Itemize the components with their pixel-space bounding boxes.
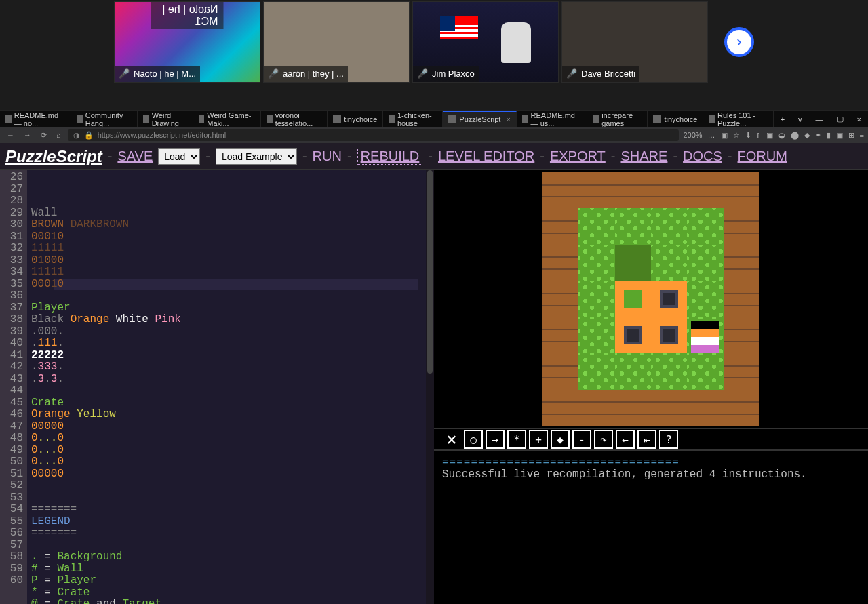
game-cell[interactable] [542,245,578,281]
game-cell[interactable] [651,390,687,426]
game-cell[interactable] [651,317,687,353]
level-tool-button[interactable]: ◆ [551,430,570,449]
browser-tab[interactable]: README.md — no... [0,111,71,127]
new-tab-button[interactable]: + [774,115,791,123]
video-tile[interactable]: 🎤Jim Plaxco [412,1,559,83]
game-cell[interactable] [724,353,760,389]
docs-button[interactable]: DOCS [683,148,722,164]
level-tool-button[interactable]: → [486,430,505,449]
level-tool-button[interactable]: ← [616,430,635,449]
run-button[interactable]: RUN [313,148,342,164]
level-tool-button[interactable]: * [507,430,526,449]
browser-tab[interactable]: PuzzleScript× [443,111,517,127]
browser-tab[interactable]: Rules 101 - Puzzle... [703,111,773,127]
menu-icon[interactable]: … [708,131,715,139]
level-tool-button[interactable]: - [572,430,591,449]
browser-tab[interactable]: Community Hang... [71,111,138,127]
game-cell[interactable] [542,281,578,317]
game-cell[interactable] [542,353,578,389]
toolbar-icon[interactable]: ⫿ [757,131,761,139]
app-title[interactable]: PuzzleScript [5,147,102,166]
game-cell[interactable] [724,208,760,244]
game-cell[interactable] [542,390,578,426]
zoom-level[interactable]: 200% [683,131,702,139]
level-tool-button[interactable]: ○ [464,430,483,449]
game-cell[interactable] [724,172,760,208]
browser-tab[interactable]: increpare games [587,111,648,127]
editor-scrollbar[interactable] [426,170,434,604]
bookmark-star-icon[interactable]: ☆ [733,131,740,140]
scroll-thumb[interactable] [427,170,433,374]
game-cell[interactable] [578,208,614,244]
game-cell[interactable] [687,353,723,389]
reader-icon[interactable]: ▣ [721,131,728,140]
game-canvas[interactable] [434,170,868,428]
nav-reload-button[interactable]: ⟳ [38,131,50,140]
game-cell[interactable] [651,281,687,317]
game-cell[interactable] [578,172,614,208]
game-cell[interactable] [542,208,578,244]
browser-tab[interactable]: tinychoice [328,111,383,127]
close-icon[interactable]: × [506,115,510,123]
game-cell[interactable] [615,208,651,244]
browser-tab[interactable]: voronoi tesselatio... [261,111,328,127]
toolbar-icon[interactable]: ◒ [778,131,785,140]
game-cell[interactable] [724,281,760,317]
game-cell[interactable] [615,245,651,281]
toolbar-icon[interactable]: ✦ [815,131,821,140]
game-cell[interactable] [724,245,760,281]
game-cell[interactable] [578,281,614,317]
game-cell[interactable] [615,353,651,389]
game-cell[interactable] [651,353,687,389]
load-example-select[interactable]: Load Example [216,148,297,165]
browser-tab[interactable]: tinychoice [648,111,703,127]
toolbar-icon[interactable]: ⬇ [745,131,751,140]
game-cell[interactable] [578,317,614,353]
game-cell[interactable] [615,172,651,208]
game-cell[interactable] [651,245,687,281]
tab-overflow-button[interactable]: v [791,115,809,123]
export-button[interactable]: EXPORT [550,148,606,164]
save-button[interactable]: SAVE [117,148,153,164]
next-video-button[interactable]: › [724,27,754,57]
video-tile[interactable]: 🎤aarón | they | ... [263,1,410,83]
nav-home-button[interactable]: ⌂ [54,131,64,139]
game-cell[interactable] [615,281,651,317]
game-cell[interactable] [687,208,723,244]
video-tile[interactable]: 🎤Dave Briccetti [561,1,708,83]
window-minimize-button[interactable]: — [809,115,830,123]
video-tile[interactable]: Naoto | he | MC1 🎤Naoto | he | M... [114,1,260,83]
game-cell[interactable] [687,245,723,281]
game-cell[interactable] [578,245,614,281]
level-editor-button[interactable]: LEVEL EDITOR [438,148,534,164]
game-cell[interactable] [687,317,723,353]
browser-tab[interactable]: Weird Game-Maki... [193,111,261,127]
game-cell[interactable] [724,390,760,426]
browser-tab[interactable]: 1-chicken-house [383,111,443,127]
toolbar-icon[interactable]: ⊞ [848,131,854,140]
game-cell[interactable] [687,281,723,317]
level-tool-button[interactable]: ⇤ [637,430,656,449]
browser-tab[interactable]: Weird Drawing [138,111,193,127]
toolbar-icon[interactable]: ⬤ [791,131,799,140]
window-close-button[interactable]: × [850,115,868,123]
game-cell[interactable] [687,390,723,426]
game-cell[interactable] [615,390,651,426]
game-cell[interactable] [542,172,578,208]
game-cell[interactable] [615,317,651,353]
game-cell[interactable] [687,172,723,208]
window-maximize-button[interactable]: ▢ [830,115,850,123]
game-cell[interactable] [578,353,614,389]
game-cell[interactable] [651,208,687,244]
code-editor[interactable]: 2627282930313233343536373839404142434445… [0,170,434,604]
level-tool-button[interactable]: + [529,430,548,449]
toolbar-icon[interactable]: ▣ [836,131,843,140]
game-cell[interactable] [542,317,578,353]
game-cell[interactable] [651,172,687,208]
toolbar-icon[interactable]: ▣ [766,131,773,140]
toolbar-icon[interactable]: ▮ [827,131,831,140]
url-field[interactable]: ◑ 🔒 https://www.puzzlescript.net/editor.… [68,129,679,141]
share-button[interactable]: SHARE [620,148,667,164]
rebuild-button[interactable]: REBUILD [357,148,423,165]
game-cell[interactable] [724,317,760,353]
